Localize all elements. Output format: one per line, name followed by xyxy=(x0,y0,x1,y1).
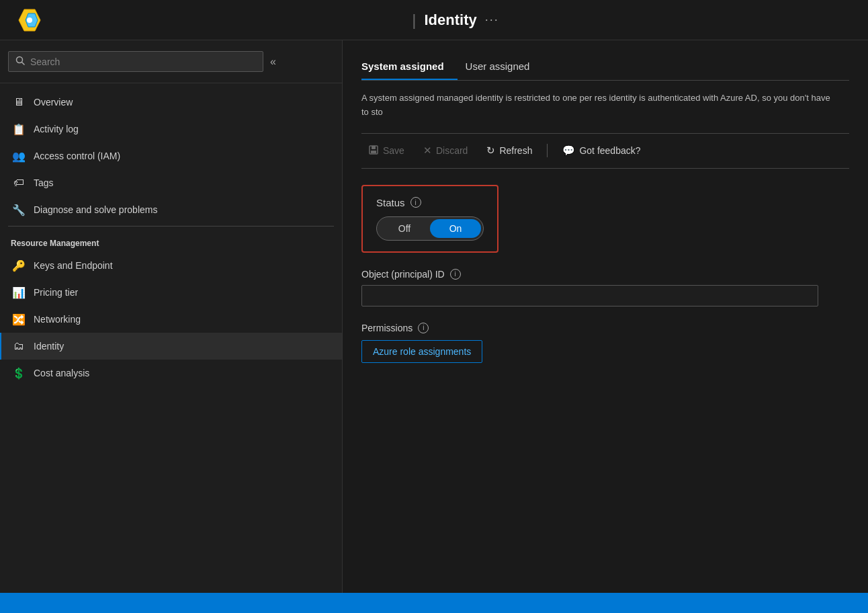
header-divider: | xyxy=(412,11,416,30)
app-logo xyxy=(13,4,46,36)
refresh-label: Refresh xyxy=(499,145,532,156)
diagnose-icon: 🔧 xyxy=(12,203,26,216)
tab-user-assigned[interactable]: User assigned xyxy=(466,54,544,80)
status-label-row: Status i xyxy=(376,197,484,208)
sidebar-item-keys-endpoint[interactable]: 🔑 Keys and Endpoint xyxy=(0,252,342,279)
nav-items: 🖥 Overview 📋 Activity log 👥 Access contr… xyxy=(0,83,342,392)
toggle-off[interactable]: Off xyxy=(379,219,430,238)
tags-icon: 🏷 xyxy=(12,176,26,190)
sidebar-item-label: Networking xyxy=(34,314,81,325)
bottom-bar xyxy=(0,593,868,613)
search-container: « xyxy=(0,40,342,83)
tab-system-assigned[interactable]: System assigned xyxy=(361,54,458,80)
sidebar-item-diagnose[interactable]: 🔧 Diagnose and solve problems xyxy=(0,196,342,223)
save-button[interactable]: Save xyxy=(361,140,411,161)
sidebar: « 🖥 Overview 📋 Activity log 👥 Access con… xyxy=(0,40,343,593)
svg-rect-7 xyxy=(371,151,376,153)
permissions-section: Permissions i Azure role assignments xyxy=(361,323,849,363)
status-toggle[interactable]: Off On xyxy=(376,216,484,241)
sidebar-item-label: Access control (IAM) xyxy=(34,151,120,161)
sidebar-item-label: Activity log xyxy=(34,124,79,134)
sidebar-item-label: Cost analysis xyxy=(34,368,89,378)
discard-label: Discard xyxy=(436,145,468,156)
access-control-icon: 👥 xyxy=(12,149,26,163)
pricing-icon: 📊 xyxy=(12,286,26,299)
resource-management-header: Resource Management xyxy=(0,229,342,252)
more-options-button[interactable]: ··· xyxy=(485,13,499,27)
activity-log-icon: 📋 xyxy=(12,122,26,136)
header-title-area: | Identity ··· xyxy=(56,11,855,30)
identity-icon: 🗂 xyxy=(12,339,26,353)
object-id-section: Object (principal) ID i xyxy=(361,269,849,306)
sidebar-item-tags[interactable]: 🏷 Tags xyxy=(0,169,342,196)
search-box[interactable] xyxy=(8,51,263,72)
sidebar-item-activity-log[interactable]: 📋 Activity log xyxy=(0,116,342,142)
section-divider xyxy=(8,226,334,227)
feedback-label: Got feedback? xyxy=(579,145,640,156)
discard-button[interactable]: ✕ Discard xyxy=(417,140,474,161)
content-inner: System assigned User assigned A system a… xyxy=(343,40,868,393)
header: | Identity ··· xyxy=(0,0,868,40)
sidebar-item-networking[interactable]: 🔀 Networking xyxy=(0,306,342,333)
sidebar-item-label: Tags xyxy=(34,177,54,188)
toolbar-separator xyxy=(547,144,548,157)
sidebar-item-label: Keys and Endpoint xyxy=(34,260,113,271)
sidebar-item-label: Diagnose and solve problems xyxy=(34,204,157,215)
search-input[interactable] xyxy=(30,56,256,67)
object-id-label: Object (principal) ID xyxy=(361,269,445,280)
main-layout: « 🖥 Overview 📋 Activity log 👥 Access con… xyxy=(0,40,868,593)
keys-icon: 🔑 xyxy=(12,259,26,272)
collapse-sidebar-button[interactable]: « xyxy=(270,56,276,68)
save-icon xyxy=(368,145,379,157)
status-info-icon[interactable]: i xyxy=(410,197,421,208)
networking-icon: 🔀 xyxy=(12,313,26,326)
toolbar: Save ✕ Discard ↻ Refresh 💬 Got feedback? xyxy=(361,133,849,169)
feedback-button[interactable]: 💬 Got feedback? xyxy=(556,140,647,161)
discard-icon: ✕ xyxy=(423,145,432,157)
azure-role-assignments-button[interactable]: Azure role assignments xyxy=(361,340,482,363)
object-id-input[interactable] xyxy=(361,285,818,306)
save-label: Save xyxy=(383,145,404,156)
content-area: System assigned User assigned A system a… xyxy=(343,40,868,593)
permissions-label-row: Permissions i xyxy=(361,323,849,333)
status-text: Status xyxy=(376,197,405,208)
svg-rect-6 xyxy=(372,146,376,149)
sidebar-item-label: Identity xyxy=(34,341,64,352)
overview-icon: 🖥 xyxy=(12,95,26,109)
status-section: Status i Off On xyxy=(361,185,498,253)
permissions-label: Permissions xyxy=(361,323,413,333)
search-row: « xyxy=(8,51,334,72)
refresh-button[interactable]: ↻ Refresh xyxy=(480,140,539,161)
object-id-label-row: Object (principal) ID i xyxy=(361,269,849,280)
sidebar-item-cost-analysis[interactable]: 💲 Cost analysis xyxy=(0,360,342,386)
toggle-on[interactable]: On xyxy=(430,219,481,238)
cost-icon: 💲 xyxy=(12,366,26,380)
svg-line-4 xyxy=(22,63,25,65)
object-id-info-icon[interactable]: i xyxy=(450,269,461,280)
tabs: System assigned User assigned xyxy=(361,54,849,81)
feedback-icon: 💬 xyxy=(562,145,575,157)
sidebar-item-overview[interactable]: 🖥 Overview xyxy=(0,89,342,116)
sidebar-item-access-control[interactable]: 👥 Access control (IAM) xyxy=(0,142,342,169)
svg-point-2 xyxy=(27,17,32,23)
sidebar-item-identity[interactable]: 🗂 Identity xyxy=(0,333,342,360)
page-title: Identity xyxy=(424,11,476,29)
sidebar-item-label: Pricing tier xyxy=(34,287,78,298)
search-icon xyxy=(15,56,25,67)
sidebar-item-label: Overview xyxy=(34,97,73,108)
permissions-info-icon[interactable]: i xyxy=(418,323,429,333)
description-text: A system assigned managed identity is re… xyxy=(361,91,832,120)
sidebar-item-pricing-tier[interactable]: 📊 Pricing tier xyxy=(0,279,342,306)
refresh-icon: ↻ xyxy=(486,145,495,157)
